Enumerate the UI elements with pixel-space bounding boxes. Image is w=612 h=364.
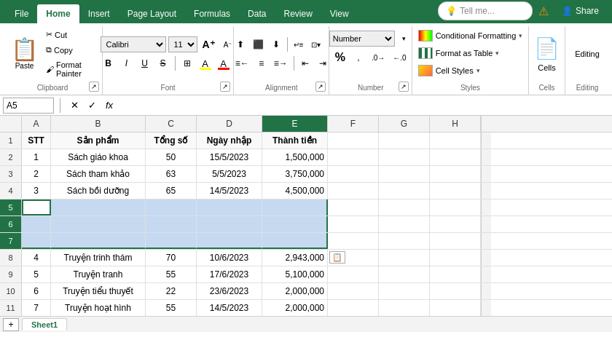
cell-h6[interactable] [430,216,481,232]
cell-h5[interactable] [430,199,481,215]
increase-decimal-button[interactable]: .0→ [369,50,388,66]
cell-f1[interactable] [328,132,379,149]
cell-h9[interactable] [430,266,481,282]
cell-c10[interactable]: 22 [146,283,197,299]
col-header-g[interactable]: G [379,116,430,132]
cell-g9[interactable] [379,266,430,282]
alignment-expand[interactable]: ↗ [315,82,326,92]
cell-c7[interactable] [146,233,197,249]
cell-g1[interactable] [379,132,430,149]
cell-d5[interactable] [197,199,262,215]
clipboard-expand[interactable]: ↗ [89,82,99,92]
decrease-indent-button[interactable]: ⇤ [297,55,313,71]
cell-e1[interactable]: Thành tiền [262,132,328,149]
col-header-e[interactable]: E [262,116,328,132]
format-painter-button[interactable]: 🖌 Format Painter [43,58,96,80]
number-format-select[interactable]: Number [329,31,395,47]
format-as-table-button[interactable]: Format as Table ▾ [415,45,527,61]
cell-f5[interactable] [328,199,379,215]
tab-data[interactable]: Data [239,4,275,23]
tab-page-layout[interactable]: Page Layout [119,4,185,23]
cell-f3[interactable] [328,166,379,182]
tab-view[interactable]: View [321,4,358,23]
cell-c3[interactable]: 63 [146,166,197,182]
border-button[interactable]: ⊞ [179,55,195,71]
cell-h8[interactable] [430,250,481,266]
cell-e7[interactable] [262,233,328,249]
cell-d4[interactable]: 14/5/2023 [197,183,262,199]
cell-b11[interactable]: Truyện hoạt hình [51,300,146,316]
cell-e5[interactable] [262,199,328,215]
top-align-button[interactable]: ⬆ [232,36,248,52]
bold-button[interactable]: B [101,55,117,71]
cell-b5[interactable] [51,199,146,215]
cell-e8[interactable]: 2,943,000 [262,250,328,266]
cells-label[interactable]: Cells [538,63,555,72]
copy-button[interactable]: ⧉ Copy [43,43,96,57]
cell-f6[interactable] [328,216,379,232]
cell-a6[interactable] [22,216,51,232]
cell-g3[interactable] [379,166,430,182]
cell-d8[interactable]: 10/6/2023 [197,250,262,266]
cell-f8[interactable]: 📋 [328,250,379,266]
align-right-button[interactable]: ≡→ [271,55,291,71]
cell-a2[interactable]: 1 [22,149,51,165]
col-header-c[interactable]: C [146,116,197,132]
cell-styles-button[interactable]: Cell Styles ▾ [415,63,527,79]
cell-d10[interactable]: 23/6/2023 [197,283,262,299]
decrease-decimal-button[interactable]: ←.0 [390,50,409,66]
wrap-text-button[interactable]: ↵≡ [291,36,307,52]
strikethrough-button[interactable]: S [155,55,171,71]
align-center-button[interactable]: ≡ [254,55,270,71]
cell-d3[interactable]: 5/5/2023 [197,166,262,182]
share-button[interactable]: 👤 Share [554,1,606,20]
increase-indent-button[interactable]: ⇥ [315,55,331,71]
tell-me-input[interactable]: 💡 Tell me... [438,1,533,20]
add-sheet-button[interactable]: + [3,318,19,331]
cell-reference-box[interactable] [3,98,54,114]
cell-g4[interactable] [379,183,430,199]
cell-e4[interactable]: 4,500,000 [262,183,328,199]
cell-h10[interactable] [430,283,481,299]
cell-c11[interactable]: 55 [146,300,197,316]
cell-a1[interactable]: STT [22,132,51,149]
cell-f2[interactable] [328,149,379,165]
cell-h7[interactable] [430,233,481,249]
col-header-d[interactable]: D [197,116,262,132]
cell-h11[interactable] [430,300,481,316]
tab-review[interactable]: Review [275,4,321,23]
fill-color-button[interactable]: A [197,55,213,71]
col-header-b[interactable]: B [51,116,146,132]
cell-h2[interactable] [430,149,481,165]
editing-label[interactable]: Editing [575,50,600,58]
cell-e3[interactable]: 3,750,000 [262,166,328,182]
cell-f10[interactable] [328,283,379,299]
cell-g10[interactable] [379,283,430,299]
font-expand[interactable]: ↗ [220,82,230,92]
cancel-formula-button[interactable]: ✕ [66,98,82,114]
cell-h4[interactable] [430,183,481,199]
col-header-a[interactable]: A [22,116,51,132]
cell-a10[interactable]: 6 [22,283,51,299]
col-header-h[interactable]: H [430,116,481,132]
cell-g2[interactable] [379,149,430,165]
italic-button[interactable]: I [119,55,135,71]
cell-d1[interactable]: Ngày nhập [197,132,262,149]
cell-c1[interactable]: Tổng số [146,132,197,149]
cell-c9[interactable]: 55 [146,266,197,282]
font-size-select[interactable]: 11 [168,36,197,52]
percent-button[interactable]: % [332,50,348,66]
cell-c8[interactable]: 70 [146,250,197,266]
paste-button[interactable]: 📋 Paste [9,36,40,72]
cell-b7[interactable] [51,233,146,249]
cell-f7[interactable] [328,233,379,249]
cell-g6[interactable] [379,216,430,232]
cell-g5[interactable] [379,199,430,215]
cell-b6[interactable] [51,216,146,232]
cell-a8[interactable]: 4 [22,250,51,266]
cell-f9[interactable] [328,266,379,282]
cell-e9[interactable]: 5,100,000 [262,266,328,282]
increase-font-button[interactable]: A⁺ [200,36,218,52]
align-left-button[interactable]: ≡← [232,55,252,71]
cell-c6[interactable] [146,216,197,232]
